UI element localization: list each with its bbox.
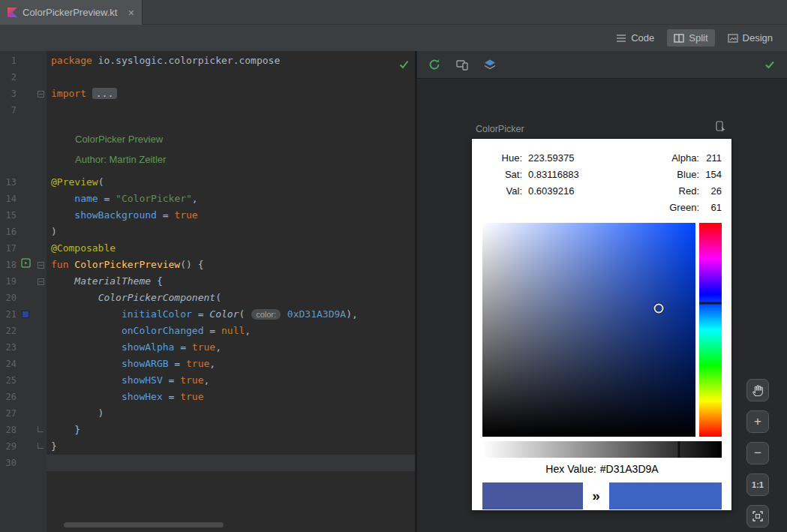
editor-mode-toolbar: Code Split Design <box>0 25 787 51</box>
line-number: 3 <box>0 86 17 102</box>
code-line[interactable]: 26 showHex = true <box>0 389 416 405</box>
fold-marker-icon[interactable] <box>38 262 44 269</box>
color-preview-gutter-icon[interactable] <box>22 311 29 318</box>
line-number: 7 <box>0 102 17 119</box>
line-number: 22 <box>0 323 17 339</box>
preview-toolbar <box>417 51 787 79</box>
line-number: 26 <box>0 389 17 405</box>
fold-end-marker-icon[interactable] <box>38 426 44 432</box>
fold-marker-icon[interactable] <box>38 278 44 285</box>
editor-horizontal-scrollbar[interactable] <box>64 522 224 527</box>
line-number: 27 <box>0 405 17 422</box>
line-number: 2 <box>0 69 17 86</box>
build-success-icon <box>762 57 777 72</box>
mode-design-label: Design <box>743 32 773 44</box>
saturation-value-gradient[interactable] <box>482 223 695 437</box>
mode-split-button[interactable]: Split <box>667 29 714 47</box>
fold-end-marker-icon[interactable] <box>38 443 44 449</box>
new-color-swatch <box>609 482 722 509</box>
argb-value-row: Alpha:211 <box>669 149 722 166</box>
line-number: 14 <box>0 191 17 207</box>
hsv-rows: Hue:223.59375Sat:0.83116883Val:0.6039216 <box>495 149 579 215</box>
run-preview-icon[interactable] <box>21 257 31 273</box>
ide-window: ColorPickerPreview.kt × Code Split Desig… <box>0 0 787 532</box>
code-line[interactable]: 28 } <box>0 422 416 438</box>
tab-colorpickerpreview[interactable]: ColorPickerPreview.kt × <box>0 0 143 25</box>
hue-marker[interactable] <box>699 302 722 304</box>
pan-hand-button[interactable] <box>746 379 769 401</box>
code-line[interactable]: 15 showBackground = true <box>0 207 416 224</box>
doc-comment-line: Author: Martin Zeitler <box>0 149 416 170</box>
color-values-block: Hue:223.59375Sat:0.83116883Val:0.6039216… <box>482 149 722 215</box>
hsv-value-row: Hue:223.59375 <box>495 149 579 166</box>
mode-code-button[interactable]: Code <box>609 29 661 47</box>
hue-slider[interactable] <box>699 223 722 437</box>
line-number: 13 <box>0 174 17 191</box>
line-number: 1 <box>0 53 17 69</box>
zoom-to-fit-button[interactable] <box>746 505 769 527</box>
code-line[interactable]: 1package io.syslogic.colorpicker.compose <box>0 53 416 69</box>
line-number: 20 <box>0 290 17 306</box>
tab-close-icon[interactable]: × <box>128 8 134 18</box>
sv-selector[interactable] <box>653 304 663 314</box>
code-line[interactable]: 19 MaterialTheme { <box>0 273 416 290</box>
alpha-marker[interactable] <box>678 441 680 458</box>
hsv-value-row: Sat:0.83116883 <box>495 166 579 182</box>
code-line[interactable]: 7 <box>0 102 416 119</box>
code-line[interactable]: 14 name = "ColorPicker", <box>0 191 416 207</box>
line-number: 18 <box>0 257 17 273</box>
code-line[interactable]: 23 showAlpha = true, <box>0 339 416 356</box>
preview-zoom-controls: + − 1:1 <box>746 379 769 527</box>
preview-component-label: ColorPicker <box>476 124 524 134</box>
code-line[interactable]: 3import ... <box>0 86 416 102</box>
mode-split-label: Split <box>689 32 707 44</box>
line-number: 25 <box>0 372 17 389</box>
layers-icon[interactable] <box>482 57 497 72</box>
code-line[interactable]: 16) <box>0 224 416 240</box>
colorpicker-preview-card: Hue:223.59375Sat:0.83116883Val:0.6039216… <box>472 139 731 510</box>
code-editor-panel[interactable]: 1package io.syslogic.colorpicker.compose… <box>0 51 416 532</box>
inspection-ok-icon[interactable] <box>398 59 410 73</box>
code-lines: 1package io.syslogic.colorpicker.compose… <box>0 53 416 471</box>
code-icon <box>616 34 626 43</box>
code-line[interactable]: 22 onColorChanged = null, <box>0 323 416 339</box>
line-number: 17 <box>0 240 17 257</box>
argb-value-row: Blue:154 <box>669 166 722 182</box>
code-line[interactable]: 25 showHSV = true, <box>0 372 416 389</box>
zoom-in-button[interactable]: + <box>746 410 769 433</box>
code-line[interactable]: 21 initialColor = Color( color: 0xD31A3D… <box>0 306 416 323</box>
code-line[interactable]: 13@Preview( <box>0 174 416 191</box>
fold-marker-icon[interactable] <box>38 91 44 98</box>
line-number: 28 <box>0 422 17 438</box>
alpha-slider[interactable] <box>482 441 722 458</box>
code-line[interactable]: 17@Composable <box>0 240 416 257</box>
code-line[interactable]: 2 <box>0 69 416 86</box>
hsv-value-row: Val:0.6039216 <box>495 182 579 199</box>
preview-canvas[interactable]: ColorPicker Hue:223.59375Sat:0.83116883V… <box>417 79 787 532</box>
color-swatch-row: » <box>482 482 722 509</box>
argb-rows: Alpha:211Blue:154Red:26Green:61 <box>669 149 722 215</box>
editor-tab-bar: ColorPickerPreview.kt × <box>0 0 787 25</box>
doc-comment-line: ColorPicker Preview <box>0 129 416 149</box>
old-color-swatch <box>482 482 583 509</box>
line-number: 30 <box>0 455 17 471</box>
hex-value-row: Hex Value:#D31A3D9A <box>482 463 722 478</box>
code-line[interactable]: 20 ColorPickerComponent( <box>0 290 416 306</box>
interactive-preview-icon[interactable] <box>716 121 725 135</box>
line-number: 23 <box>0 339 17 356</box>
zoom-out-button[interactable]: − <box>746 442 769 464</box>
code-line[interactable]: 27 ) <box>0 405 416 422</box>
refresh-preview-icon[interactable] <box>427 57 442 72</box>
design-icon <box>728 34 738 43</box>
line-number: 21 <box>0 306 17 323</box>
code-line[interactable]: 29} <box>0 438 416 455</box>
code-line[interactable]: 30 <box>0 455 416 471</box>
zoom-actual-size-button[interactable]: 1:1 <box>746 473 769 496</box>
code-line[interactable]: 18fun ColorPickerPreview() { <box>0 257 416 273</box>
code-line[interactable]: 24 showARGB = true, <box>0 356 416 372</box>
mode-design-button[interactable]: Design <box>721 29 779 47</box>
line-number: 24 <box>0 356 17 372</box>
device-sync-icon[interactable] <box>455 57 470 72</box>
argb-value-row: Green:61 <box>669 199 722 215</box>
split-icon <box>674 34 684 43</box>
